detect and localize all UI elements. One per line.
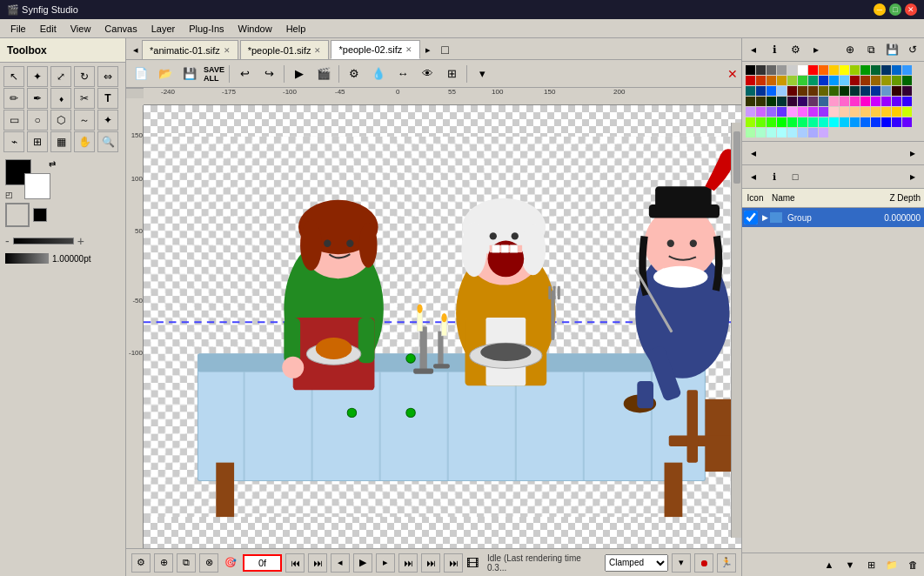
tab-new[interactable]: □ xyxy=(434,41,455,58)
color-cell[interactable] xyxy=(881,76,891,85)
layer-group-btn[interactable]: ⊞ xyxy=(861,555,880,574)
duplicate-keyframe-btn[interactable]: ⧉ xyxy=(177,553,196,573)
menu-help[interactable]: Help xyxy=(279,22,313,36)
eyedropper-btn[interactable]: 💧 xyxy=(367,63,390,85)
color-cell[interactable] xyxy=(798,76,807,85)
menu-file[interactable]: File xyxy=(3,22,33,36)
color-cell[interactable] xyxy=(850,97,860,106)
layer-move-up-btn[interactable]: ▲ xyxy=(820,555,839,574)
cut-tool[interactable]: ✂ xyxy=(74,88,95,109)
color-cell[interactable] xyxy=(808,128,818,137)
color-cell[interactable] xyxy=(808,65,818,75)
canvas-viewport[interactable] xyxy=(144,105,741,548)
palette-back-btn[interactable]: ◂ xyxy=(744,144,763,163)
spline-tool[interactable]: ～ xyxy=(74,110,95,131)
mirror-tool[interactable]: ⇔ xyxy=(97,66,118,87)
draw-tool[interactable]: ✏ xyxy=(3,88,24,109)
layer-row[interactable]: ▶ Group 0.000000 xyxy=(742,208,924,227)
delete-keyframe-btn[interactable]: ⊗ xyxy=(199,553,218,573)
background-color[interactable] xyxy=(24,173,50,199)
panel-action-3[interactable]: 💾 xyxy=(882,40,901,59)
save-file-btn[interactable]: 💾 xyxy=(178,63,201,85)
rewind-btn[interactable]: ⏮ xyxy=(285,553,305,573)
color-cell[interactable] xyxy=(829,117,839,127)
open-file-btn[interactable]: 📂 xyxy=(154,63,177,85)
color-cell[interactable] xyxy=(902,86,912,96)
color-cell[interactable] xyxy=(756,97,766,106)
color-cell[interactable] xyxy=(756,86,766,96)
menu-layer[interactable]: Layer xyxy=(144,22,183,36)
color-cell[interactable] xyxy=(819,86,828,96)
menu-view[interactable]: View xyxy=(64,22,98,36)
color-cell[interactable] xyxy=(829,76,839,85)
transform-tool[interactable]: ↖ xyxy=(3,66,24,87)
color-cell[interactable] xyxy=(871,86,880,96)
zoom-tool[interactable]: 🔍 xyxy=(97,131,118,152)
color-cell[interactable] xyxy=(850,76,860,85)
layer-visibility-checkbox[interactable] xyxy=(744,211,758,224)
color-cell[interactable] xyxy=(892,97,901,106)
color-cell[interactable] xyxy=(756,76,766,85)
color-cell[interactable] xyxy=(881,86,891,96)
tab-people01[interactable]: *people-01.sifz ✕ xyxy=(240,40,330,59)
color-cell[interactable] xyxy=(777,107,787,117)
color-cell[interactable] xyxy=(860,107,870,117)
star-tool[interactable]: ✦ xyxy=(97,110,118,131)
color-cell[interactable] xyxy=(840,76,849,85)
color-cell[interactable] xyxy=(746,97,755,106)
color-cell[interactable] xyxy=(829,107,839,117)
color-cell[interactable] xyxy=(756,117,766,127)
color-cell[interactable] xyxy=(756,128,766,137)
circle-tool[interactable]: ○ xyxy=(27,110,48,131)
color-cell[interactable] xyxy=(808,97,818,106)
minimize-btn[interactable]: ─ xyxy=(874,3,886,16)
color-cell[interactable] xyxy=(881,107,891,117)
layer-delete-btn[interactable]: 🗑 xyxy=(903,555,922,574)
layer-nav-back[interactable]: ◂ xyxy=(744,167,763,186)
color-cell[interactable] xyxy=(860,117,870,127)
tab-nav-back[interactable]: ◂ xyxy=(130,43,142,57)
new-file-btn[interactable]: 📄 xyxy=(130,63,152,85)
rotate-tool[interactable]: ↻ xyxy=(74,66,95,87)
properties-btn[interactable]: ⚙ xyxy=(343,63,365,85)
fill-tool[interactable]: ⬧ xyxy=(50,88,71,109)
more-btn[interactable]: ▾ xyxy=(471,63,493,85)
color-cell[interactable] xyxy=(860,86,870,96)
color-cell[interactable] xyxy=(798,107,807,117)
next-keyframe-btn[interactable]: ⏭ xyxy=(398,553,418,573)
color-cell[interactable] xyxy=(756,65,766,75)
color-cell[interactable] xyxy=(860,76,870,85)
layer-nav-forward[interactable]: ▸ xyxy=(903,167,922,186)
color-cell[interactable] xyxy=(808,107,818,117)
color-cell[interactable] xyxy=(840,86,849,96)
color-cell[interactable] xyxy=(767,97,776,106)
color-cell[interactable] xyxy=(767,86,776,96)
color-cell[interactable] xyxy=(787,86,797,96)
vscroll-thumb[interactable] xyxy=(733,131,740,184)
color-cell[interactable] xyxy=(819,76,828,85)
tab-people02[interactable]: *people-02.sifz ✕ xyxy=(331,40,420,59)
canvas-vertical-scrollbar[interactable] xyxy=(731,123,741,538)
color-cell[interactable] xyxy=(746,117,755,127)
forward-btn[interactable]: ⏭ xyxy=(421,553,440,573)
play-btn[interactable]: ▶ xyxy=(353,553,372,573)
color-cell[interactable] xyxy=(902,76,912,85)
panel-action-4[interactable]: ↺ xyxy=(903,40,922,59)
color-cell[interactable] xyxy=(819,65,828,75)
color-cell[interactable] xyxy=(787,76,797,85)
color-cell[interactable] xyxy=(902,117,912,127)
color-cell[interactable] xyxy=(892,76,901,85)
noise-tool[interactable]: ⊞ xyxy=(27,131,48,152)
scale-tool[interactable]: ⤢ xyxy=(50,66,71,87)
next-frame-btn[interactable]: ▸ xyxy=(376,553,395,573)
color-cell[interactable] xyxy=(892,117,901,127)
record-btn[interactable]: ⏺ xyxy=(694,553,713,573)
color-cell[interactable] xyxy=(767,76,776,85)
color-cell[interactable] xyxy=(829,65,839,75)
color-cell[interactable] xyxy=(840,65,849,75)
color-cell[interactable] xyxy=(787,128,797,137)
prev-keyframe-btn[interactable]: ⏭ xyxy=(308,553,327,573)
transform-view-btn[interactable]: ↔ xyxy=(392,63,414,85)
color-cell[interactable] xyxy=(881,65,891,75)
color-cell[interactable] xyxy=(850,117,860,127)
